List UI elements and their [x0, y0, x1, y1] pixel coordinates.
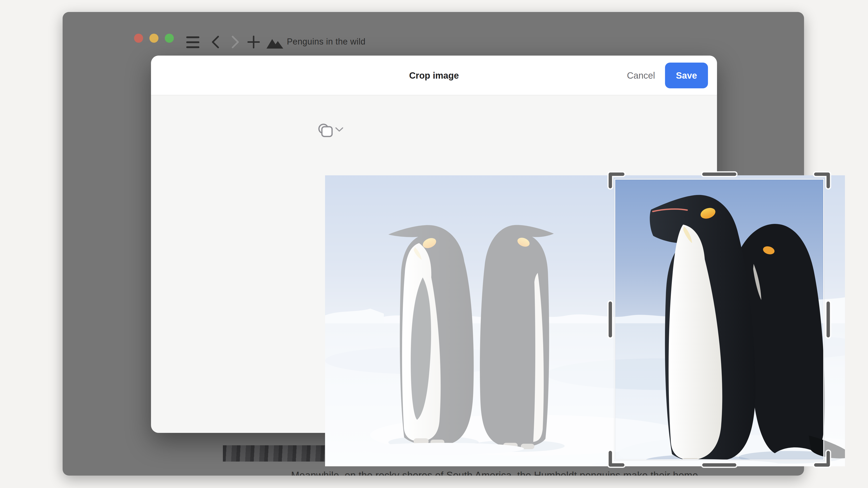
- mountains-doc-icon: [266, 37, 284, 49]
- add-icon[interactable]: [248, 35, 260, 48]
- aspect-ratio-button[interactable]: [317, 123, 347, 137]
- forward-icon[interactable]: [230, 35, 241, 48]
- crop-image-modal: Crop image Cancel Save: [151, 56, 717, 433]
- document-title[interactable]: Penguins in the wild: [287, 37, 366, 46]
- minimize-traffic-light[interactable]: [149, 34, 158, 43]
- chevron-down-icon: [336, 128, 343, 131]
- photo-stage: [325, 175, 845, 466]
- menu-icon[interactable]: [186, 35, 199, 49]
- cancel-button[interactable]: Cancel: [627, 70, 655, 80]
- screen: { "colors": { "page_bg": "#f4f3f1", "dim…: [0, 0, 868, 488]
- save-button[interactable]: Save: [665, 63, 708, 88]
- close-traffic-light[interactable]: [134, 34, 143, 43]
- aspect-ratio-shapes-icon: [319, 124, 332, 136]
- crop-handles: [316, 166, 854, 475]
- back-icon[interactable]: [210, 35, 220, 48]
- zoom-traffic-light[interactable]: [165, 34, 174, 43]
